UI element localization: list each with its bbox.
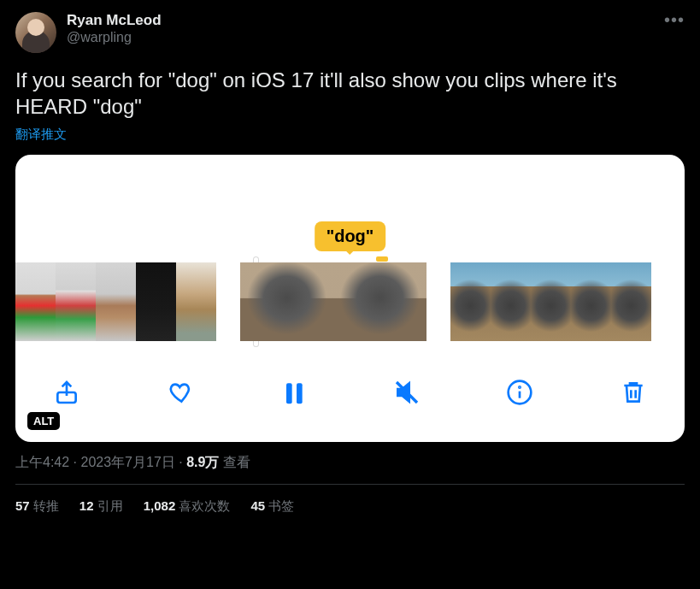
view-label: 查看 [219,455,250,469]
clip-group[interactable] [15,262,216,341]
author-block[interactable]: Ryan McLeod @warpling [67,12,685,46]
tweet-meta: 上午4:42 · 2023年7月17日 · 8.9万 查看 [15,454,685,472]
clip-thumbnail[interactable] [96,262,136,341]
share-icon[interactable] [50,375,84,409]
view-count: 8.9万 [186,455,219,469]
quotes-stat[interactable]: 12 引用 [79,498,123,515]
media-controls [15,368,685,416]
info-icon[interactable] [503,375,537,409]
retweets-stat[interactable]: 57 转推 [15,498,59,515]
clip-group[interactable] [240,262,426,341]
trash-icon[interactable] [616,375,650,409]
tweet-header: Ryan McLeod @warpling ••• [15,12,685,53]
heart-icon[interactable] [163,375,197,409]
pause-icon[interactable] [276,375,310,409]
tweet-time[interactable]: 上午4:42 [15,455,69,469]
clip-thumbnail[interactable] [571,262,611,341]
clip-group[interactable] [450,262,651,341]
svg-rect-1 [286,383,292,403]
tweet-text: If you search for "dog" on iOS 17 it'll … [15,67,685,120]
more-options-button[interactable]: ••• [659,10,690,29]
avatar[interactable] [15,12,56,53]
translate-tweet-link[interactable]: 翻译推文 [15,127,67,143]
search-term-marker [376,256,388,262]
author-display-name: Ryan McLeod [67,12,685,29]
svg-point-5 [520,386,521,387]
clip-thumbnail[interactable] [240,262,333,341]
tweet-stats: 57 转推 12 引用 1,082 喜欢次数 45 书签 [15,485,685,521]
clip-thumbnail[interactable] [491,262,531,341]
clip-thumbnail[interactable] [531,262,571,341]
tweet-date[interactable]: 2023年7月17日 [80,455,174,469]
clip-thumbnail[interactable] [333,262,426,341]
bookmarks-stat[interactable]: 45 书签 [250,498,294,515]
search-term-callout: "dog" [315,221,386,251]
clip-thumbnail[interactable] [56,262,96,341]
media-card[interactable]: "dog" [15,155,685,442]
tweet-container: Ryan McLeod @warpling ••• If you search … [0,0,700,521]
svg-rect-2 [297,383,303,403]
likes-stat[interactable]: 1,082 喜欢次数 [144,498,231,515]
author-handle: @warpling [67,29,685,46]
clip-thumbnail[interactable] [136,262,176,341]
alt-badge[interactable]: ALT [27,412,60,430]
mute-icon[interactable] [390,375,424,409]
clip-thumbnail[interactable] [15,262,56,341]
video-timeline[interactable] [15,262,685,341]
clip-thumbnail[interactable] [450,262,491,341]
clip-thumbnail[interactable] [611,262,651,341]
clip-thumbnail[interactable] [176,262,216,341]
